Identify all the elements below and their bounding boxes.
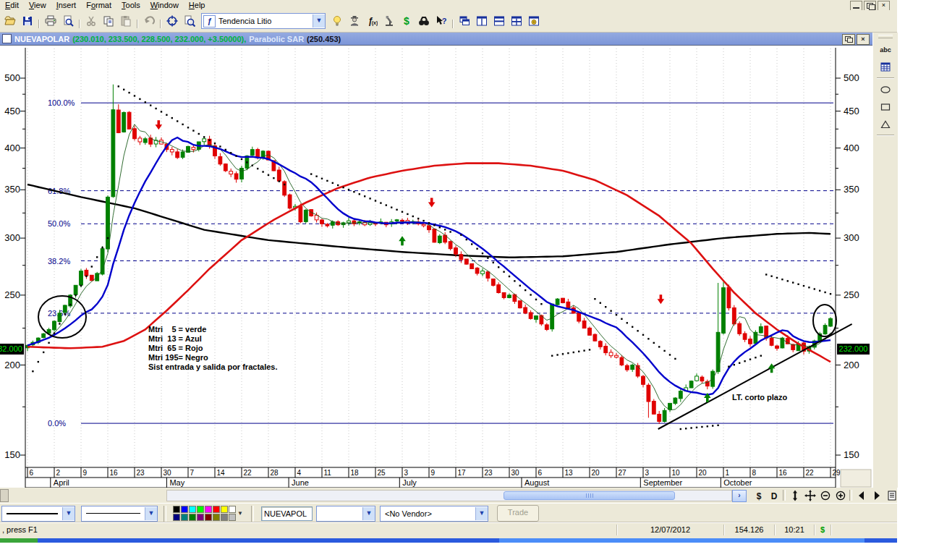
undo-icon[interactable] xyxy=(140,12,158,30)
window-options-icon[interactable] xyxy=(525,12,543,30)
system-tester-icon[interactable] xyxy=(381,12,398,30)
vertical-zoom-icon[interactable] xyxy=(787,489,802,502)
expert-bulb-icon[interactable] xyxy=(328,12,346,30)
chart-plot-area[interactable]: 100.0%61.8%50.0%38.2%23.6%0.0%LT. corto … xyxy=(0,45,872,488)
trend-line-label: LT. corto plazo xyxy=(732,393,787,402)
print-icon[interactable] xyxy=(42,12,59,30)
tile-horizontal-icon[interactable] xyxy=(490,12,508,30)
daily-periodicity-icon[interactable]: D xyxy=(766,489,781,502)
menu-window[interactable]: Window xyxy=(145,1,184,10)
chevron-down-icon[interactable]: ▼ xyxy=(475,507,488,520)
color-swatch[interactable] xyxy=(189,506,196,513)
menu-tools[interactable]: Tools xyxy=(116,1,145,10)
color-swatch[interactable] xyxy=(197,506,204,513)
horizontal-scrollbar[interactable] xyxy=(166,490,732,501)
vendor-combo[interactable]: <No Vendor> ▼ xyxy=(380,506,488,522)
text-abc-icon[interactable]: abc xyxy=(877,41,894,58)
chart-close-button[interactable]: × xyxy=(857,34,870,45)
chevron-down-icon[interactable]: ▼ xyxy=(313,14,325,27)
fib-label: 50.0% xyxy=(48,219,70,228)
menu-format[interactable]: Format xyxy=(81,1,116,10)
symbol-input[interactable]: NUEVAPOL xyxy=(261,506,313,521)
svg-text:9: 9 xyxy=(431,469,436,477)
color-swatch[interactable] xyxy=(221,514,228,521)
status-currency: $ xyxy=(816,525,829,535)
zoom-page-icon[interactable] xyxy=(181,12,198,30)
scroll-left-sliver[interactable] xyxy=(0,489,9,502)
expert-advisor-icon[interactable] xyxy=(346,12,363,30)
spreadsheet-grid-icon[interactable] xyxy=(877,59,894,75)
scroll-right-icon[interactable] xyxy=(869,489,884,502)
scrollbar-thumb[interactable] xyxy=(504,491,675,500)
chevron-down-icon[interactable]: ▼ xyxy=(362,507,375,520)
chart-restore-button[interactable] xyxy=(842,34,855,45)
context-help-icon[interactable]: ? xyxy=(433,12,450,30)
menu-view[interactable]: View xyxy=(24,1,51,10)
color-swatch[interactable] xyxy=(181,506,188,513)
save-icon[interactable] xyxy=(19,12,36,30)
chart-svg[interactable]: 100.0%61.8%50.0%38.2%23.6%0.0%LT. corto … xyxy=(0,46,872,488)
restore-button[interactable] xyxy=(864,1,876,11)
menu-help[interactable]: Help xyxy=(184,1,211,10)
trade-button[interactable]: Trade xyxy=(497,505,539,522)
chevron-down-icon[interactable]: ▼ xyxy=(145,507,157,520)
expert-commentary-dollar-icon[interactable]: $ xyxy=(398,12,415,30)
scroll-right-arrow-icon[interactable]: › xyxy=(732,490,747,502)
color-swatch[interactable] xyxy=(197,514,204,521)
color-swatch[interactable] xyxy=(221,506,228,513)
open-folder-icon[interactable] xyxy=(1,12,19,30)
ellipse-tool-icon[interactable] xyxy=(877,81,894,98)
tile-vertical-icon[interactable] xyxy=(473,12,490,30)
interval-combo[interactable]: ▼ xyxy=(316,506,375,522)
explorer-binoculars-icon[interactable] xyxy=(415,12,433,30)
zoom-in-icon[interactable] xyxy=(833,489,848,502)
svg-text:150: 150 xyxy=(4,449,20,460)
chart-scroll-row: › $D xyxy=(0,488,897,503)
toolbar-grip[interactable] xyxy=(878,35,893,38)
page-layout-icon[interactable] xyxy=(884,489,899,502)
menu-insert[interactable]: Insert xyxy=(51,1,82,10)
cut-icon[interactable] xyxy=(82,12,100,30)
menu-edit[interactable]: Edit xyxy=(0,1,24,10)
minimize-button[interactable] xyxy=(850,1,862,11)
color-swatch[interactable] xyxy=(205,506,212,513)
color-swatch[interactable] xyxy=(189,514,196,521)
chart-indicator-value: (250.453) xyxy=(307,35,341,43)
close-button[interactable]: × xyxy=(878,1,890,11)
indicator-combo[interactable]: ƒ Tendencia Litio ▼ xyxy=(201,13,326,29)
chevron-down-icon[interactable]: ▼ xyxy=(62,507,75,520)
cascade-windows-icon[interactable] xyxy=(456,12,473,30)
color-swatch[interactable] xyxy=(213,506,220,513)
color-swatch[interactable] xyxy=(213,514,220,521)
zoom-out-icon[interactable] xyxy=(817,489,833,502)
svg-text:300: 300 xyxy=(844,232,859,243)
fib-label: 0.0% xyxy=(48,419,66,428)
chevron-down-icon[interactable]: ▼ xyxy=(237,510,244,517)
order-crosshair-icon[interactable] xyxy=(163,12,181,30)
rectangle-tool-icon[interactable] xyxy=(877,98,894,115)
svg-text:June: June xyxy=(292,478,309,487)
pan-icon[interactable] xyxy=(802,489,817,502)
color-swatch[interactable] xyxy=(229,506,236,513)
line-weight-combo[interactable]: ▼ xyxy=(1,506,75,522)
line-style-combo[interactable]: ▼ xyxy=(81,506,158,522)
color-swatch[interactable] xyxy=(173,506,180,513)
color-swatch[interactable] xyxy=(181,514,188,521)
print-preview-icon[interactable] xyxy=(59,12,77,30)
svg-text:(x): (x) xyxy=(372,20,378,26)
indicator-builder-fx-icon[interactable]: ƒ(x) xyxy=(363,12,381,30)
color-picker[interactable]: ▼ xyxy=(172,505,244,522)
svg-text:200: 200 xyxy=(4,360,20,370)
color-swatch[interactable] xyxy=(205,514,212,521)
color-swatch[interactable] xyxy=(229,514,236,521)
paste-icon[interactable] xyxy=(117,12,135,30)
tile-grid-icon[interactable] xyxy=(508,12,525,30)
price-style-dollar-icon[interactable]: $ xyxy=(751,489,766,502)
copy-icon[interactable] xyxy=(100,12,117,30)
chart-symbol: NUEVAPOLAR xyxy=(14,35,69,43)
svg-text:D: D xyxy=(770,491,777,501)
start-button-edge[interactable] xyxy=(0,538,38,543)
scroll-left-icon[interactable] xyxy=(854,489,869,502)
triangle-tool-icon[interactable] xyxy=(877,116,894,132)
color-swatch[interactable] xyxy=(173,514,180,521)
